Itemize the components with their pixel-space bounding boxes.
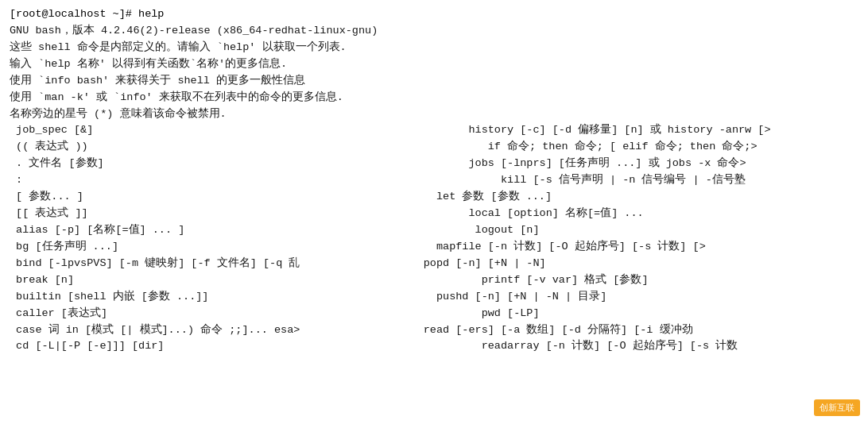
command-right: printf [-v var] 格式 [参数] <box>417 272 858 289</box>
command-row: job_spec [&] history [-c] [-d 偏移量] [n] 或… <box>10 122 858 139</box>
command-right: pwd [-LP] <box>417 306 858 322</box>
command-right: kill [-s 信号声明 | -n 信号编号 | -信号塾 <box>417 172 858 189</box>
output-line: 使用 `info bash' 来获得关于 shell 的更多一般性信息 <box>10 73 858 90</box>
watermark: 创新互联 <box>814 399 860 416</box>
command-right: pushd [-n] [+N | -N | 目录] <box>417 289 858 306</box>
command-row: caller [表达式] pwd [-LP] <box>10 306 858 322</box>
command-row: (( 表达式 )) if 命令; then 命令; [ elif 命令; the… <box>10 139 858 156</box>
command-right: jobs [-lnprs] [任务声明 ...] 或 jobs -x 命令> <box>417 156 858 172</box>
command-left: builtin [shell 内嵌 [参数 ...]] <box>10 289 417 306</box>
command-left: alias [-p] [名称[=值] ... ] <box>10 222 417 239</box>
command-left: (( 表达式 )) <box>10 139 417 156</box>
commands-container: job_spec [&] history [-c] [-d 偏移量] [n] 或… <box>10 122 858 355</box>
command-left: bind [-lpvsPVS] [-m 键映射] [-f 文件名] [-q 乱 <box>10 256 417 272</box>
command-left: [ 参数... ] <box>10 189 417 206</box>
output-line: 这些 shell 命令是内部定义的。请输入 `help' 以获取一个列表. <box>10 40 858 56</box>
command-row: [ 参数... ] let 参数 [参数 ...] <box>10 189 858 206</box>
command-left: job_spec [&] <box>10 122 417 139</box>
command-right: logout [n] <box>417 222 858 239</box>
prompt-line: [root@localhost ~]# help <box>10 6 858 23</box>
command-row: . 文件名 [参数] jobs [-lnprs] [任务声明 ...] 或 jo… <box>10 156 858 172</box>
command-right: mapfile [-n 计数] [-O 起始序号] [-s 计数] [> <box>417 239 858 256</box>
command-row: cd [-L|[-P [-e]]] [dir] readarray [-n 计数… <box>10 338 858 355</box>
command-right: history [-c] [-d 偏移量] [n] 或 history -anr… <box>417 122 858 139</box>
command-left: cd [-L|[-P [-e]]] [dir] <box>10 338 417 355</box>
command-right: popd [-n] [+N | -N] <box>417 256 858 272</box>
command-row: builtin [shell 内嵌 [参数 ...]] pushd [-n] [… <box>10 289 858 306</box>
command-row: alias [-p] [名称[=值] ... ] logout [n] <box>10 222 858 239</box>
output-line: GNU bash，版本 4.2.46(2)-release (x86_64-re… <box>10 23 858 40</box>
command-row: bg [任务声明 ...] mapfile [-n 计数] [-O 起始序号] … <box>10 239 858 256</box>
output-line: 名称旁边的星号 (*) 意味着该命令被禁用. <box>10 106 858 123</box>
command-left: . 文件名 [参数] <box>10 156 417 172</box>
command-left: bg [任务声明 ...] <box>10 239 417 256</box>
command-right: local [option] 名称[=值] ... <box>417 206 858 222</box>
command-row: : kill [-s 信号声明 | -n 信号编号 | -信号塾 <box>10 172 858 189</box>
command-right: let 参数 [参数 ...] <box>417 189 858 206</box>
command-right: readarray [-n 计数] [-O 起始序号] [-s 计数 <box>417 338 858 355</box>
terminal-window: [root@localhost ~]# help GNU bash，版本 4.2… <box>0 0 868 424</box>
output-line: 使用 `man -k' 或 `info' 来获取不在列表中的命令的更多信息. <box>10 90 858 106</box>
command-left: caller [表达式] <box>10 306 417 322</box>
command-row: break [n] printf [-v var] 格式 [参数] <box>10 272 858 289</box>
command-right: if 命令; then 命令; [ elif 命令; then 命令;> <box>417 139 858 156</box>
command-right: read [-ers] [-a 数组] [-d 分隔符] [-i 缓冲劲 <box>417 322 858 339</box>
command-left: case 词 in [模式 [| 模式]...) 命令 ;;]... esa> <box>10 322 417 339</box>
command-row: [[ 表达式 ]] local [option] 名称[=值] ... <box>10 206 858 222</box>
command-left: : <box>10 172 417 189</box>
output-line: 输入 `help 名称' 以得到有关函数`名称'的更多信息. <box>10 56 858 73</box>
output-lines: GNU bash，版本 4.2.46(2)-release (x86_64-re… <box>10 23 858 123</box>
command-left: break [n] <box>10 272 417 289</box>
command-row: bind [-lpvsPVS] [-m 键映射] [-f 文件名] [-q 乱 … <box>10 256 858 272</box>
command-row: case 词 in [模式 [| 模式]...) 命令 ;;]... esa> … <box>10 322 858 339</box>
command-left: [[ 表达式 ]] <box>10 206 417 222</box>
